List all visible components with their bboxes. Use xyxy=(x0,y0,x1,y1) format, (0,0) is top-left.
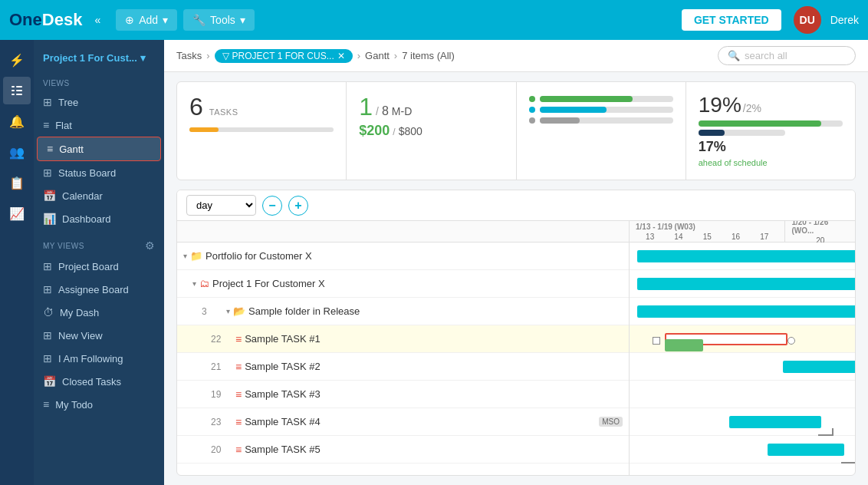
task4-badge: MSO xyxy=(599,417,623,427)
app-header: OneDesk « ⊕ Add ▾ 🔧 Tools ▾ GET STARTED … xyxy=(0,0,868,40)
md-money-total: $800 xyxy=(399,125,422,137)
sidebar-icon-people[interactable]: 👥 xyxy=(3,138,31,166)
closed-tasks-icon: 📅 xyxy=(43,375,56,388)
sidebar-icon-activity[interactable]: ⚡ xyxy=(3,46,31,74)
nav-item-closed-tasks[interactable]: 📅 Closed Tasks xyxy=(34,370,164,393)
main-content: Tasks › ▽ PROJECT 1 FOR CUS... ✕ › Gantt… xyxy=(164,40,868,485)
task5-bar xyxy=(768,444,844,456)
breadcrumb-tasks[interactable]: Tasks xyxy=(176,50,202,61)
breadcrumb-items: 7 items (All) xyxy=(402,50,455,61)
assignee-board-icon: ⊞ xyxy=(43,283,52,295)
circle-start-1 xyxy=(653,337,660,345)
filter-icon: ▽ xyxy=(222,51,229,61)
nav-item-i-am-following[interactable]: ⊞ I Am Following xyxy=(34,347,164,370)
progress-bar-fill-2 xyxy=(540,107,607,113)
nav-item-my-dash[interactable]: ⏱ My Dash xyxy=(34,301,164,324)
nav-item-tree[interactable]: ⊞ Tree xyxy=(34,91,164,114)
project-label: Project 1 For Cust... xyxy=(43,52,137,64)
percent-main: 19% xyxy=(699,93,741,117)
gantt-row-task2[interactable]: 21 ≡ Sample TASK #2 xyxy=(177,353,629,381)
sidebar-icon-list[interactable] xyxy=(3,77,31,104)
folder-icon: 📂 xyxy=(233,305,245,317)
username-label: Derek xyxy=(830,14,859,26)
dep-line-4 xyxy=(818,428,833,436)
nav-sidebar: Project 1 For Cust... ▾ VIEWS ⊞ Tree ≡ F… xyxy=(34,40,164,485)
md-total: 8 xyxy=(382,104,389,118)
gantt-row-folder[interactable]: 3 ▾ 📂 Sample folder in Release xyxy=(177,298,629,325)
gantt-bar-row-project xyxy=(630,270,855,298)
gantt-row-task5[interactable]: 20 ≡ Sample TASK #5 xyxy=(177,436,629,464)
calendar-icon: 📅 xyxy=(43,190,56,202)
portfolio-bar xyxy=(637,250,855,262)
gantt-bar-row-task4 xyxy=(630,408,855,436)
progress-dot-2 xyxy=(529,107,535,113)
sidebar-icon-chart[interactable]: 📈 xyxy=(3,200,31,227)
gantt-row-portfolio[interactable]: ▾ 📁 Portfolio for Customer X xyxy=(177,242,629,270)
status-board-icon: ⊞ xyxy=(43,167,52,179)
my-todo-icon: ≡ xyxy=(43,398,49,411)
zoom-in-button[interactable]: + xyxy=(288,196,308,216)
plus-icon: ⊕ xyxy=(125,14,134,26)
breadcrumb: Tasks › ▽ PROJECT 1 FOR CUS... ✕ › Gantt… xyxy=(164,40,868,72)
nav-item-project-board[interactable]: ⊞ Project Board xyxy=(34,255,164,278)
breadcrumb-gantt[interactable]: Gantt xyxy=(365,50,390,61)
nav-item-gantt[interactable]: ≡ Gantt xyxy=(37,137,161,161)
nav-item-my-todo[interactable]: ≡ My Todo xyxy=(34,393,164,416)
add-button[interactable]: ⊕ Add ▾ xyxy=(116,9,177,31)
gantt-bar-row-folder xyxy=(630,298,855,325)
stat-percent: 19% /2% 17% ahead of schedul xyxy=(686,82,855,180)
task-icon-5: ≡ xyxy=(235,444,242,456)
tools-button[interactable]: 🔧 Tools ▾ xyxy=(183,9,255,31)
nav-item-dashboard[interactable]: 📊 Dashboard xyxy=(34,207,164,230)
nav-item-new-view[interactable]: ⊞ New View xyxy=(34,324,164,347)
stats-row: 6 TASKS 1 / 8 M-D $200 / $800 xyxy=(176,81,856,180)
gantt-right-panel: 1/13 - 1/19 (W03) 13 14 15 16 17 1/20 - … xyxy=(630,221,855,475)
gantt-icon: ≡ xyxy=(47,143,53,155)
progress-bar-bg-2 xyxy=(540,107,673,113)
gantt-bar-row-task1 xyxy=(630,325,855,353)
collapse-button[interactable]: « xyxy=(94,14,100,26)
gantt-view-select[interactable]: day week month xyxy=(186,195,256,216)
search-box[interactable]: 🔍 search all xyxy=(718,46,856,65)
svg-rect-2 xyxy=(12,90,15,91)
search-icon: 🔍 xyxy=(728,50,740,61)
nav-item-status-board[interactable]: ⊞ Status Board xyxy=(34,161,164,184)
sidebar-icon-bell[interactable]: 🔔 xyxy=(3,107,31,135)
row-num-21: 21 xyxy=(211,361,232,372)
breadcrumb-sep-2: › xyxy=(357,50,360,61)
portfolio-icon: 📁 xyxy=(190,250,202,262)
gantt-left-header xyxy=(177,221,629,242)
avatar[interactable]: DU xyxy=(794,6,821,34)
gantt-row-task4[interactable]: 23 ≡ Sample TASK #4 MSO xyxy=(177,408,629,436)
breadcrumb-chip[interactable]: ▽ PROJECT 1 FOR CUS... ✕ xyxy=(215,49,353,63)
nav-item-calendar[interactable]: 📅 Calendar xyxy=(34,184,164,207)
gantt-grid: ▾ 📁 Portfolio for Customer X ▾ 🗂 Project… xyxy=(177,221,855,475)
percent-below: 17% xyxy=(699,139,726,154)
zoom-out-button[interactable]: − xyxy=(262,196,282,216)
my-views-settings-icon[interactable]: ⚙ xyxy=(145,239,155,252)
gantt-row-task3[interactable]: 19 ≡ Sample TASK #3 xyxy=(177,381,629,408)
nav-item-flat[interactable]: ≡ Flat xyxy=(34,114,164,137)
gantt-toolbar: day week month − + xyxy=(177,190,855,221)
stat-md: 1 / 8 M-D $200 / $800 xyxy=(347,82,516,180)
collapse-icon: ▾ xyxy=(183,252,187,260)
task4-bar xyxy=(729,416,821,428)
gantt-bar-row-task3 xyxy=(630,381,855,408)
gantt-row-task1[interactable]: 22 ≡ Sample TASK #1 xyxy=(177,325,629,353)
breadcrumb-sep-1: › xyxy=(206,50,209,61)
gantt-bar-row-portfolio xyxy=(630,242,855,270)
task-icon-2: ≡ xyxy=(235,361,242,373)
gantt-row-project[interactable]: ▾ 🗂 Project 1 For Customer X xyxy=(177,270,629,298)
wrench-icon: 🔧 xyxy=(192,14,205,26)
svg-rect-5 xyxy=(16,94,22,95)
get-started-button[interactable]: GET STARTED xyxy=(682,9,781,31)
following-icon: ⊞ xyxy=(43,352,52,365)
sidebar-icon-clipboard[interactable]: 📋 xyxy=(3,169,31,196)
md-money: $200 xyxy=(359,123,390,139)
nav-item-assignee-board[interactable]: ⊞ Assignee Board xyxy=(34,278,164,301)
task-icon-1: ≡ xyxy=(235,333,242,345)
stat-progress xyxy=(517,82,686,180)
project-selector[interactable]: Project 1 For Cust... ▾ xyxy=(34,46,164,70)
breadcrumb-chip-close[interactable]: ✕ xyxy=(337,51,345,61)
stat-tasks: 6 TASKS xyxy=(177,82,347,180)
